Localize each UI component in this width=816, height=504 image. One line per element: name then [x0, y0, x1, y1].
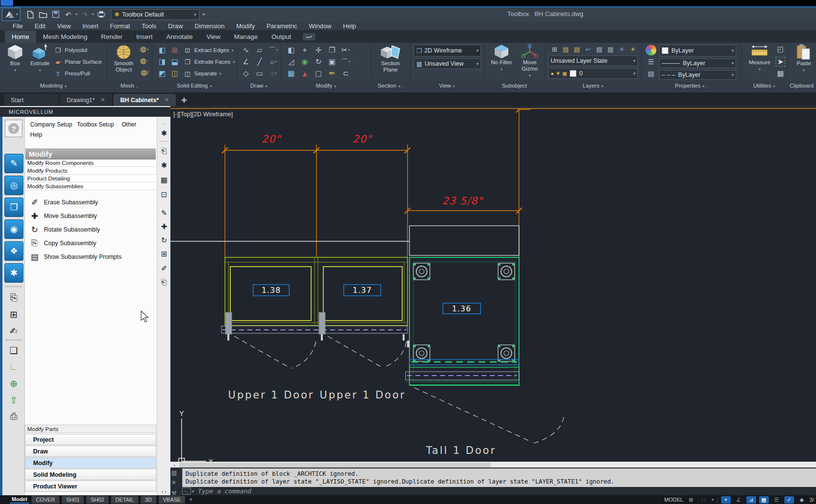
- link-modify-subassemblies[interactable]: Modify Subassemblies: [25, 183, 156, 190]
- window-select-button[interactable]: ⊞: [6, 307, 21, 321]
- color-wheel-icon[interactable]: [646, 45, 656, 55]
- print-button[interactable]: ⎙: [6, 410, 21, 423]
- named-view-dropdown[interactable]: ▦ Unsaved View▾: [414, 58, 481, 69]
- ribbon-tab-manage[interactable]: Manage: [227, 31, 265, 43]
- ribbon-tab-render[interactable]: Render: [94, 31, 130, 43]
- panel-label-subobject[interactable]: Subobject: [484, 83, 545, 89]
- separate-button[interactable]: ◫Separate▾: [183, 68, 222, 79]
- ortho-mode-icon[interactable]: ∠: [734, 496, 743, 504]
- panel-label-layers[interactable]: Layers▾: [545, 83, 641, 89]
- panel-label-view[interactable]: View▾: [410, 83, 484, 89]
- link-product-detailing[interactable]: Product Detailing: [25, 175, 156, 182]
- workspace-combo[interactable]: ✱ Toolbox Default ▾: [111, 9, 200, 20]
- tool-show-subassembly-prompts[interactable]: ▤Show Subassembly Prompts: [25, 250, 156, 264]
- ellipse-icon[interactable]: ◌▾: [267, 68, 279, 79]
- trim-icon[interactable]: ✂▾: [339, 45, 352, 55]
- section-plane-button[interactable]: SectionPlane: [377, 44, 404, 73]
- polar-tracking-icon[interactable]: ⊿: [746, 496, 756, 504]
- lineweight-dropdown[interactable]: ———ByLayer▾: [659, 58, 736, 68]
- intersect-icon[interactable]: ◩: [156, 68, 168, 79]
- menu-file[interactable]: File: [7, 22, 29, 30]
- arc-icon[interactable]: ⌒▾: [267, 45, 279, 55]
- move-gizmo-button[interactable]: Move Gizmo▾: [517, 44, 542, 79]
- layer-on-icon[interactable]: ●: [551, 71, 554, 76]
- close-icon[interactable]: ✕: [101, 97, 105, 103]
- mesh-refine-icon[interactable]: ◍+: [138, 44, 151, 54]
- rotate-icon[interactable]: ↻: [157, 234, 171, 246]
- modify-parts-row[interactable]: Modify Parts: [25, 425, 156, 433]
- tool-move-subassembly[interactable]: ✚Move Subassembly: [25, 209, 156, 223]
- export-file-button[interactable]: ⇧: [6, 393, 21, 407]
- measure-button[interactable]: Measure▾: [747, 44, 772, 72]
- 3d-rotate-icon[interactable]: ◉: [298, 56, 311, 67]
- model-tab[interactable]: Model: [10, 496, 29, 504]
- union-icon[interactable]: ◧: [156, 45, 168, 55]
- stretch-icon[interactable]: ▣: [326, 56, 338, 67]
- box-button[interactable]: Box▾: [4, 44, 26, 73]
- copy-icon[interactable]: ❐: [326, 45, 338, 55]
- tool-erase-subassembly[interactable]: ✐Erase Subassembly: [25, 196, 156, 209]
- layer-thaw-icon[interactable]: ☀: [556, 70, 561, 77]
- fillet-edge-icon[interactable]: ◿: [285, 56, 297, 67]
- drawing-area[interactable]: [-][Top][2D Wireframe]: [170, 106, 816, 468]
- new-file-icon[interactable]: [24, 9, 36, 20]
- undo-icon[interactable]: ↶: [62, 9, 74, 20]
- menu-view[interactable]: View: [51, 22, 76, 30]
- ribbon-collapse-button[interactable]: ▬▾: [303, 33, 315, 40]
- 3d-move-icon[interactable]: ⌖: [298, 45, 311, 55]
- move-icon[interactable]: ✛: [312, 45, 325, 55]
- doc-tab-start[interactable]: Start: [4, 94, 58, 106]
- tag-1-37[interactable]: 1.37: [352, 286, 372, 295]
- gear-icon[interactable]: ✱: [157, 127, 171, 139]
- menu-other[interactable]: Other: [122, 121, 136, 128]
- polysolid-button[interactable]: ❒Polysolid: [54, 45, 87, 55]
- spline-icon[interactable]: ∿: [240, 45, 252, 55]
- layer-off-icon[interactable]: ☀: [627, 44, 639, 54]
- palette-title-bar[interactable]: ⋮⋮ MICROVELLUM: [0, 107, 170, 117]
- lineweight-display-icon[interactable]: ☰: [772, 496, 781, 504]
- panel-label-modify[interactable]: Modify▾: [281, 83, 371, 89]
- thicken-icon[interactable]: ◫: [168, 68, 181, 79]
- mirror-icon[interactable]: ◧: [285, 45, 297, 55]
- rotate-icon[interactable]: ↻: [312, 56, 325, 67]
- panel-label-clipboard[interactable]: Clipboard: [787, 83, 816, 89]
- polyline-icon[interactable]: ∠: [240, 56, 252, 67]
- panel-label-mesh[interactable]: Mesh⌟: [107, 83, 152, 89]
- menu-edit[interactable]: Edit: [29, 22, 51, 30]
- layout-tab-sh02[interactable]: SH02: [86, 496, 109, 504]
- menu-draw[interactable]: Draw: [162, 22, 188, 30]
- layout-tab-detail[interactable]: DETAIL: [111, 496, 138, 504]
- extract-edges-button[interactable]: ⊡Extract Edges▾: [183, 45, 234, 55]
- panel-label-solid-editing[interactable]: Solid Editing▾: [152, 83, 237, 89]
- command-history[interactable]: Duplicate definition of block _ARCHTICK …: [182, 468, 816, 487]
- layer-state-dropdown[interactable]: Unsaved Layer State▾: [548, 55, 638, 66]
- move-icon[interactable]: ✚: [157, 221, 171, 233]
- panel-label-section[interactable]: Section▾ ⌟: [371, 83, 410, 89]
- panel-label-draw[interactable]: Draw▾: [237, 83, 281, 89]
- link-modify-room-components[interactable]: Modify Room Components: [25, 160, 156, 167]
- ribbon-tab-annotate[interactable]: Annotate: [160, 31, 200, 43]
- panel-label-properties[interactable]: Properties▾ ⌟: [641, 83, 741, 89]
- rectangle-icon[interactable]: ▭: [253, 68, 266, 79]
- menu-company-setup[interactable]: Company Setup: [30, 121, 72, 128]
- frame-icon[interactable]: ⊞: [157, 248, 171, 260]
- doc-tab-bh-cabinets[interactable]: BH Cabinets*✕: [113, 94, 176, 106]
- mesh-crease-icon[interactable]: ◍/: [138, 67, 151, 78]
- undo-dropdown-icon[interactable]: ▾: [75, 12, 77, 17]
- subtract-icon[interactable]: ◨: [156, 56, 168, 67]
- redo-dropdown-icon[interactable]: ▾: [92, 12, 94, 17]
- section-project[interactable]: Project: [25, 434, 156, 445]
- extrude-button[interactable]: Extrude▾: [28, 44, 52, 73]
- circle-icon[interactable]: ○▾: [267, 56, 279, 67]
- brush-icon[interactable]: ✐: [157, 263, 171, 274]
- menu-tools[interactable]: Tools: [136, 22, 162, 30]
- help-button[interactable]: ?: [5, 120, 22, 137]
- layer-unlock-icon[interactable]: ▣: [562, 71, 567, 77]
- 3d-view-button[interactable]: ❒: [4, 198, 23, 217]
- command-grid-icon[interactable]: ▤: [171, 469, 181, 476]
- select-similar-icon[interactable]: ➤: [774, 56, 787, 67]
- quick-calc-icon[interactable]: ▦: [774, 68, 787, 79]
- command-close-icon[interactable]: ✕: [171, 479, 181, 486]
- 3d-array-icon[interactable]: ▦: [285, 68, 297, 79]
- section-solid-modeling[interactable]: Solid Modeling: [25, 469, 156, 480]
